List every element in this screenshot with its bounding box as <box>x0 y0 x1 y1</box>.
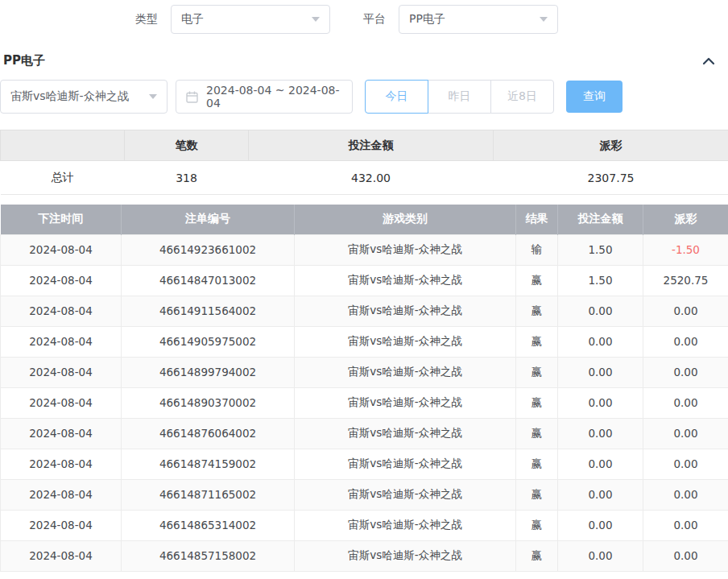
caret-down-icon <box>312 17 320 22</box>
bet-row: 2024-08-0446614857158002宙斯vs哈迪斯-众神之战赢0.0… <box>1 540 728 571</box>
bets-header-game: 游戏类别 <box>295 205 516 234</box>
bet-cell-id: 46614911564002 <box>122 296 295 326</box>
bet-row: 2024-08-0446614871165002宙斯vs哈迪斯-众神之战赢0.0… <box>1 479 728 510</box>
bet-cell-id: 46614865314002 <box>122 510 295 540</box>
bet-row: 2024-08-0446614923661002宙斯vs哈迪斯-众神之战输1.5… <box>1 234 728 265</box>
bet-cell-amount: 0.00 <box>558 387 643 418</box>
today-button[interactable]: 今日 <box>365 80 428 114</box>
bet-cell-amount: 0.00 <box>558 479 643 510</box>
date-range-picker[interactable]: 2024-08-04 ~ 2024-08-04 <box>176 80 353 114</box>
bets-table: 下注时间 注单编号 游戏类别 结果 投注金额 派彩 2024-08-044661… <box>0 205 728 572</box>
bet-cell-game: 宙斯vs哈迪斯-众神之战 <box>295 449 516 479</box>
bet-row: 2024-08-0446614865314002宙斯vs哈迪斯-众神之战赢0.0… <box>1 510 728 540</box>
bet-cell-id: 46614890370002 <box>122 387 295 418</box>
bet-cell-result: 赢 <box>516 449 558 479</box>
summary-total-label: 总计 <box>1 161 125 195</box>
summary-header-bet-amount: 投注金额 <box>249 130 494 161</box>
section-title: PP电子 <box>3 53 45 68</box>
bet-cell-game: 宙斯vs哈迪斯-众神之战 <box>295 540 516 571</box>
query-bar: 宙斯vs哈迪斯-众神之战 2024-08-04 ~ 2024-08-04 今日 … <box>0 80 728 114</box>
date-range-value: 2024-08-04 ~ 2024-08-04 <box>206 84 342 110</box>
bet-row: 2024-08-0446614899794002宙斯vs哈迪斯-众神之战赢0.0… <box>1 357 728 387</box>
bet-cell-game: 宙斯vs哈迪斯-众神之战 <box>295 479 516 510</box>
bet-cell-result: 赢 <box>516 540 558 571</box>
bet-cell-payout: 0.00 <box>643 418 728 449</box>
bet-cell-game: 宙斯vs哈迪斯-众神之战 <box>295 296 516 326</box>
top-filter-bar: 类型 电子 平台 PP电子 <box>0 0 728 40</box>
bet-row: 2024-08-0446614890370002宙斯vs哈迪斯-众神之战赢0.0… <box>1 387 728 418</box>
summary-header-payout: 派彩 <box>494 130 728 161</box>
bet-cell-id: 46614876064002 <box>122 418 295 449</box>
caret-down-icon <box>540 17 548 22</box>
search-button[interactable]: 查询 <box>566 81 623 113</box>
bets-header-payout: 派彩 <box>643 205 728 234</box>
bet-cell-result: 赢 <box>516 296 558 326</box>
bet-cell-result: 赢 <box>516 357 558 387</box>
type-label: 类型 <box>135 12 158 27</box>
bet-cell-time: 2024-08-04 <box>1 479 122 510</box>
bet-cell-id: 46614857158002 <box>122 540 295 571</box>
bet-cell-time: 2024-08-04 <box>1 357 122 387</box>
bet-cell-game: 宙斯vs哈迪斯-众神之战 <box>295 265 516 296</box>
bet-row: 2024-08-0446614911564002宙斯vs哈迪斯-众神之战赢0.0… <box>1 296 728 326</box>
section-header: PP电子 <box>0 40 728 68</box>
type-select[interactable]: 电子 <box>171 5 330 34</box>
bet-cell-amount: 0.00 <box>558 296 643 326</box>
bet-cell-time: 2024-08-04 <box>1 296 122 326</box>
bet-cell-payout: 0.00 <box>643 296 728 326</box>
bet-cell-result: 输 <box>516 234 558 265</box>
calendar-icon <box>186 91 198 103</box>
yesterday-button[interactable]: 昨日 <box>428 80 491 114</box>
game-select[interactable]: 宙斯vs哈迪斯-众神之战 <box>0 80 168 114</box>
bet-row: 2024-08-0446614876064002宙斯vs哈迪斯-众神之战赢0.0… <box>1 418 728 449</box>
bet-cell-game: 宙斯vs哈迪斯-众神之战 <box>295 510 516 540</box>
bet-cell-payout: 0.00 <box>643 540 728 571</box>
bet-cell-amount: 1.50 <box>558 234 643 265</box>
bet-cell-id: 46614905975002 <box>122 326 295 357</box>
last-8-days-button[interactable]: 近8日 <box>490 80 554 114</box>
bet-cell-payout: 0.00 <box>643 479 728 510</box>
bet-cell-game: 宙斯vs哈迪斯-众神之战 <box>295 357 516 387</box>
bet-cell-time: 2024-08-04 <box>1 234 122 265</box>
bet-cell-payout: -1.50 <box>643 234 728 265</box>
bet-cell-payout: 0.00 <box>643 326 728 357</box>
caret-down-icon <box>149 94 157 99</box>
summary-total-row: 总计 318 432.00 2307.75 <box>1 161 728 195</box>
bet-cell-time: 2024-08-04 <box>1 326 122 357</box>
bet-row: 2024-08-0446614905975002宙斯vs哈迪斯-众神之战赢0.0… <box>1 326 728 357</box>
bet-cell-id: 46614847013002 <box>122 265 295 296</box>
chevron-up-icon[interactable] <box>702 56 715 66</box>
summary-total-payout: 2307.75 <box>494 161 728 195</box>
game-select-value: 宙斯vs哈迪斯-众神之战 <box>10 89 129 104</box>
bet-cell-amount: 0.00 <box>558 449 643 479</box>
bet-cell-id: 46614923661002 <box>122 234 295 265</box>
bet-cell-result: 赢 <box>516 387 558 418</box>
bet-cell-amount: 0.00 <box>558 326 643 357</box>
bet-cell-amount: 0.00 <box>558 357 643 387</box>
bet-cell-payout: 0.00 <box>643 387 728 418</box>
bet-cell-amount: 0.00 <box>558 510 643 540</box>
bets-header-id: 注单编号 <box>122 205 295 234</box>
quick-range-button-group: 今日 昨日 近8日 <box>365 80 554 114</box>
bets-header-amount: 投注金额 <box>558 205 643 234</box>
bet-cell-amount: 1.50 <box>558 265 643 296</box>
bet-cell-payout: 0.00 <box>643 510 728 540</box>
bet-cell-time: 2024-08-04 <box>1 540 122 571</box>
summary-header-row: 笔数 投注金额 派彩 <box>1 130 728 161</box>
summary-total-bet-amount: 432.00 <box>249 161 494 195</box>
type-select-value: 电子 <box>181 12 204 27</box>
summary-header-empty <box>1 130 125 161</box>
bet-row: 2024-08-0446614847013002宙斯vs哈迪斯-众神之战赢1.5… <box>1 265 728 296</box>
bet-cell-time: 2024-08-04 <box>1 387 122 418</box>
bet-cell-result: 赢 <box>516 418 558 449</box>
platform-select-value: PP电子 <box>409 12 445 27</box>
bet-cell-id: 46614874159002 <box>122 449 295 479</box>
bet-cell-payout: 0.00 <box>643 357 728 387</box>
bet-cell-game: 宙斯vs哈迪斯-众神之战 <box>295 387 516 418</box>
bet-cell-id: 46614899794002 <box>122 357 295 387</box>
summary-total-count: 318 <box>125 161 249 195</box>
bet-cell-time: 2024-08-04 <box>1 265 122 296</box>
bet-cell-id: 46614871165002 <box>122 479 295 510</box>
bet-row: 2024-08-0446614874159002宙斯vs哈迪斯-众神之战赢0.0… <box>1 449 728 479</box>
platform-select[interactable]: PP电子 <box>399 5 558 34</box>
